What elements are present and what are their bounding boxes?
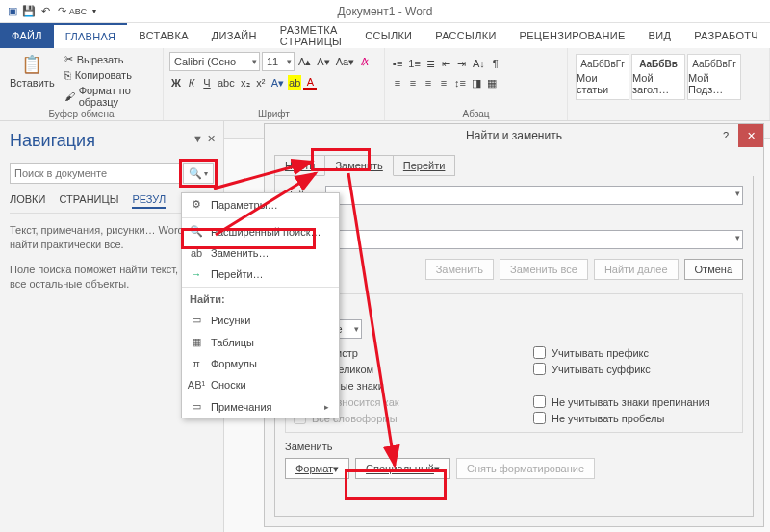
cut-button[interactable]: ✂Вырезать — [63, 52, 157, 66]
italic-button[interactable]: К — [185, 75, 198, 90]
clear-formatting-button[interactable]: Снять форматирование — [456, 458, 595, 479]
superscript-button[interactable]: x² — [254, 75, 268, 90]
align-center-icon[interactable]: ≡ — [406, 75, 420, 90]
tab-view[interactable]: ВИД — [637, 23, 683, 48]
nav-tab-pages[interactable]: СТРАНИЦЫ — [59, 193, 118, 209]
align-left-icon[interactable]: ≡ — [391, 75, 404, 90]
close-button[interactable]: ✕ — [738, 124, 763, 147]
check-ignore-space[interactable]: Не учитывать пробелы — [533, 412, 734, 424]
font-color-icon[interactable]: A — [303, 75, 317, 90]
undo-icon[interactable]: ↶ — [38, 5, 52, 18]
menu-tables[interactable]: ▦Таблицы — [182, 331, 339, 353]
text-effects-icon[interactable]: A▾ — [270, 75, 286, 90]
borders-icon[interactable]: ▦ — [485, 75, 499, 90]
styles-gallery[interactable]: АаБбВвГгМои статьи АаБбВвМой загол… АаБб… — [574, 52, 763, 102]
search-input[interactable] — [10, 163, 181, 184]
dialog-tab-find[interactable]: Найти — [274, 155, 325, 176]
menu-goto[interactable]: →Перейти… — [182, 264, 339, 285]
grow-font-icon[interactable]: A▴ — [296, 54, 313, 69]
gear-icon: ⚙ — [190, 198, 203, 211]
tab-design[interactable]: ДИЗАЙН — [200, 23, 269, 48]
font-family-combo[interactable]: Calibri (Осно — [169, 52, 260, 71]
navigation-title: Навигация — [10, 131, 214, 151]
special-button[interactable]: Специальный ▾ — [355, 458, 450, 479]
tab-home[interactable]: ГЛАВНАЯ — [54, 23, 128, 48]
replace-input[interactable] — [285, 230, 743, 249]
strike-button[interactable]: abc — [216, 75, 237, 90]
check-prefix[interactable]: Учитывать префикс — [533, 346, 734, 359]
dialog-tab-replace[interactable]: Заменить — [324, 155, 393, 176]
dialog-tab-goto[interactable]: Перейти — [393, 155, 456, 176]
style-item[interactable]: АаБбВвГгМой Подз… — [687, 54, 741, 100]
shading-icon[interactable]: ◨ — [470, 75, 483, 90]
change-case-icon[interactable]: Aa▾ — [334, 54, 356, 69]
bold-button[interactable]: Ж — [169, 75, 183, 90]
tab-references[interactable]: ССЫЛКИ — [353, 23, 424, 48]
search-dropdown-button[interactable]: 🔍 — [183, 163, 214, 184]
replace-all-button[interactable]: Заменить все — [500, 259, 588, 280]
increase-indent-icon[interactable]: ⇥ — [455, 56, 469, 71]
copy-button[interactable]: ⎘Копировать — [63, 68, 157, 82]
replace-button[interactable]: Заменить — [425, 259, 494, 280]
check-suffix[interactable]: Учитывать суффикс — [533, 363, 734, 375]
show-marks-icon[interactable]: ¶ — [489, 56, 502, 71]
clipboard-icon: 📋 — [21, 54, 42, 75]
bullets-icon[interactable]: ▪≡ — [391, 56, 404, 71]
highlight-icon[interactable]: ab — [288, 75, 301, 90]
tab-mailings[interactable]: РАССЫЛКИ — [424, 23, 507, 48]
image-icon: ▭ — [190, 314, 203, 326]
magnifier-icon: 🔍 — [189, 167, 202, 180]
sort-icon[interactable]: A↓ — [471, 56, 487, 71]
spellcheck-icon[interactable]: ABC — [71, 5, 85, 18]
check-ignore-punct[interactable]: Не учитывать знаки препинания — [533, 395, 734, 408]
format-painter-button[interactable]: 🖌Формат по образцу — [63, 84, 157, 109]
close-icon[interactable]: ✕ — [207, 133, 216, 145]
pi-icon: π — [190, 358, 203, 369]
underline-button[interactable]: Ч — [200, 75, 214, 90]
save-icon[interactable]: 💾 — [22, 5, 36, 18]
nav-tab-results[interactable]: РЕЗУЛ — [132, 193, 166, 209]
window-title: Документ1 - Word — [337, 5, 432, 18]
line-spacing-icon[interactable]: ↕≡ — [452, 75, 468, 90]
multilevel-icon[interactable]: ≣ — [424, 56, 438, 71]
decrease-indent-icon[interactable]: ⇤ — [440, 56, 453, 71]
font-group-label: Шрифт — [164, 109, 384, 119]
tab-developer[interactable]: РАЗРАБОТЧ — [682, 23, 770, 48]
qat-dropdown-icon[interactable]: ▾ — [88, 5, 101, 18]
cancel-button[interactable]: Отмена — [684, 259, 743, 280]
tab-insert[interactable]: ВСТАВКА — [127, 23, 199, 48]
menu-replace[interactable]: abЗаменить… — [182, 242, 339, 264]
menu-find-header: Найти: — [182, 290, 339, 309]
find-next-button[interactable]: Найти далее — [594, 259, 679, 280]
pin-icon[interactable]: ▼ — [192, 133, 203, 145]
tab-layout[interactable]: РАЗМЕТКА СТРАНИЦЫ — [269, 23, 354, 48]
style-item[interactable]: АаБбВвМой загол… — [631, 54, 685, 100]
menu-comments[interactable]: ▭Примечания▸ — [182, 395, 339, 418]
redo-icon[interactable]: ↷ — [55, 5, 68, 18]
clear-format-icon[interactable]: A̷ — [358, 54, 372, 69]
align-right-icon[interactable]: ≡ — [422, 75, 435, 90]
subscript-button[interactable]: x₂ — [239, 75, 252, 90]
font-size-combo[interactable]: 11 — [262, 52, 295, 71]
style-item[interactable]: АаБбВвГгМои статьи — [576, 54, 629, 100]
table-icon: ▦ — [190, 336, 203, 348]
menu-footnotes[interactable]: AB¹Сноски — [182, 374, 339, 395]
nav-tab-headings[interactable]: ЛОВКИ — [10, 193, 45, 209]
find-input[interactable] — [325, 186, 743, 205]
justify-icon[interactable]: ≡ — [437, 75, 450, 90]
help-button[interactable]: ? — [713, 124, 738, 147]
clipboard-group-label: Буфер обмена — [0, 109, 163, 119]
menu-pictures[interactable]: ▭Рисунки — [182, 309, 339, 331]
tab-file[interactable]: ФАЙЛ — [0, 23, 54, 48]
numbering-icon[interactable]: 1≡ — [406, 56, 423, 71]
arrow-right-icon: → — [190, 268, 203, 280]
shrink-font-icon[interactable]: A▾ — [315, 54, 331, 69]
format-button[interactable]: Формат ▾ — [285, 458, 349, 479]
menu-options[interactable]: ⚙Параметры… — [182, 193, 339, 215]
tab-review[interactable]: РЕЦЕНЗИРОВАНИЕ — [508, 23, 637, 48]
menu-formulas[interactable]: πФормулы — [182, 353, 339, 374]
paste-button[interactable]: 📋 Вставить — [6, 52, 59, 109]
scissors-icon: ✂ — [64, 53, 73, 65]
menu-advanced-find[interactable]: 🔍Расширенный поиск… — [182, 220, 339, 242]
magnifier-icon: 🔍 — [190, 225, 203, 238]
